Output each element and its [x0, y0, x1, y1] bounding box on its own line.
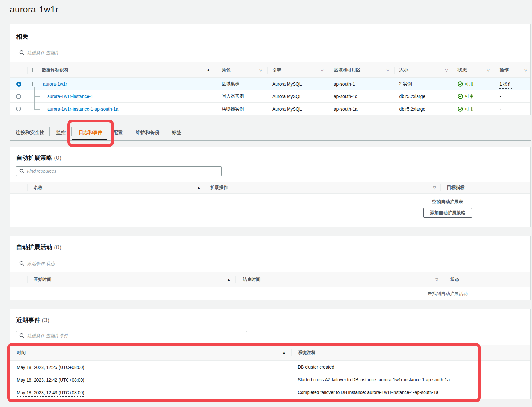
sort-ascending-icon[interactable]: ▲: [206, 68, 210, 72]
related-header-engine-label: 引擎: [272, 67, 281, 73]
scaling-policies-heading: 自动扩展策略 (0): [16, 154, 62, 161]
empty-state-title: 空的自动扩展表: [384, 199, 511, 205]
row-action-cell: 1 操作: [494, 78, 530, 90]
table-row-writer-instance[interactable]: aurora-1w1r-instance-1 写入器实例 Aurora MySQ…: [10, 90, 530, 103]
instance-link[interactable]: aurora-1w1r-instance-1: [47, 94, 93, 99]
related-header-status[interactable]: 状态 ▽: [453, 62, 495, 77]
related-filter-input[interactable]: [27, 50, 231, 55]
scaling-policies-filter-input[interactable]: [27, 169, 209, 174]
search-icon: [19, 169, 24, 174]
recent-events-header: 时间 ▲ 系统注释: [10, 345, 530, 361]
header-scaling-action[interactable]: 扩展操作 ▽: [204, 182, 440, 193]
status-available-icon: [458, 107, 463, 112]
scaling-activity-title: 自动扩展活动: [16, 244, 52, 250]
related-header-id[interactable]: 数据库标识符 ▲: [27, 62, 217, 77]
row-role-cell: 读取器实例: [217, 103, 267, 115]
radio-unselected[interactable]: [16, 94, 21, 99]
row-size-cell: db.r5.2xlarge: [394, 103, 453, 115]
related-header-role[interactable]: 角色 ▽: [217, 62, 267, 77]
header-system-note-label: 系统注释: [298, 350, 315, 356]
related-section-title: 相关: [16, 33, 28, 40]
tab-maintenance-backups[interactable]: 维护和备份: [136, 124, 159, 141]
row-status-cell: 可用: [453, 78, 495, 90]
header-target-metric-label: 目标指标: [447, 185, 464, 191]
row-action-cell: -: [495, 90, 530, 102]
tab-tags[interactable]: 标签: [172, 124, 181, 141]
event-time-cell: May 18, 2023, 12:42 (UTC+08:00): [10, 373, 291, 386]
sort-ascending-icon[interactable]: ▲: [282, 351, 286, 355]
sort-toggle-icon[interactable]: ▽: [524, 68, 527, 72]
collapse-all-icon[interactable]: [32, 68, 36, 72]
recent-events-card: 近期事件 (3) 时间 ▲ 系统注释 May 18, 20: [10, 309, 531, 399]
tree-elbow-writer: [34, 96, 40, 97]
tab-logs-events[interactable]: 日志和事件: [79, 124, 102, 141]
scaling-activity-table: 开始时间 ▲ 结束时间 ▽ 状态 未找到自动扩展活动: [10, 272, 530, 300]
sort-toggle-icon[interactable]: ▽: [259, 68, 262, 72]
sort-toggle-icon[interactable]: ▽: [487, 68, 490, 72]
header-end-time-label: 结束时间: [243, 277, 260, 282]
sort-ascending-icon[interactable]: ▲: [227, 277, 230, 282]
tab-configuration[interactable]: 配置: [113, 124, 123, 141]
related-databases-table: 数据库标识符 ▲ 角色 ▽ 引擎 ▽ 区域和可用区 ▽ 大小 ▽: [10, 62, 530, 115]
actions-count-link[interactable]: 1 操作: [499, 79, 512, 89]
collapse-row-icon[interactable]: [32, 82, 36, 86]
header-status[interactable]: 状态: [443, 272, 530, 287]
tab-connectivity-security[interactable]: 连接和安全性: [16, 124, 44, 141]
related-header-region-label: 区域和可用区: [334, 67, 360, 73]
header-start-time[interactable]: 开始时间 ▲: [27, 272, 235, 287]
related-header-engine[interactable]: 引擎 ▽: [267, 62, 329, 77]
table-row-cluster[interactable]: aurora-1w1r 区域集群 Aurora MySQL ap-south-1…: [10, 78, 530, 90]
status-available-icon: [458, 94, 463, 99]
sort-toggle-icon[interactable]: ▽: [386, 68, 389, 72]
related-databases-card: 相关 数据库标识符 ▲ 角色 ▽ 引: [10, 24, 531, 115]
instance-link[interactable]: aurora-1w1r-instance-1-ap-south-1a: [47, 107, 118, 112]
recent-events-filter-input[interactable]: [27, 333, 231, 338]
header-start-time-label: 开始时间: [34, 277, 51, 282]
event-time[interactable]: May 18, 2023, 12:25 (UTC+08:00): [17, 363, 84, 371]
event-time[interactable]: May 18, 2023, 12:42 (UTC+08:00): [17, 375, 84, 384]
event-time-cell: May 18, 2023, 12:43 (UTC+08:00): [10, 386, 291, 399]
event-time[interactable]: May 18, 2023, 12:43 (UTC+08:00): [17, 388, 84, 397]
header-time[interactable]: 时间 ▲: [10, 345, 291, 360]
related-filter-box: [16, 48, 247, 57]
scaling-activity-filter-box: [16, 259, 247, 268]
tree-elbow-reader: [34, 109, 40, 110]
related-table-header: 数据库标识符 ▲ 角色 ▽ 引擎 ▽ 区域和可用区 ▽ 大小 ▽: [10, 62, 530, 78]
scaling-activity-heading: 自动扩展活动 (0): [16, 244, 62, 251]
related-section-heading: 相关: [16, 33, 28, 40]
sort-ascending-icon[interactable]: ▲: [197, 185, 201, 190]
sort-toggle-icon[interactable]: ▽: [435, 277, 438, 281]
radio-selected[interactable]: [16, 82, 21, 87]
header-name[interactable]: 名称 ▲: [27, 182, 204, 193]
tab-divider: [107, 127, 107, 136]
header-target-metric[interactable]: 目标指标: [440, 182, 530, 193]
rds-cluster-detail-page: aurora-1w1r 相关 数据库标识符 ▲ 角色 ▽: [0, 0, 532, 407]
related-header-id-label: 数据库标识符: [42, 67, 68, 73]
tab-monitoring[interactable]: 监控: [56, 124, 66, 141]
add-scaling-policy-button[interactable]: 添加自动扩展策略: [423, 208, 472, 218]
sort-toggle-icon[interactable]: ▽: [445, 68, 448, 72]
active-tab-underline: [72, 139, 107, 140]
related-header-region[interactable]: 区域和可用区 ▽: [329, 62, 395, 77]
row-action-cell: -: [495, 103, 530, 115]
related-header-size[interactable]: 大小 ▽: [394, 62, 453, 77]
radio-unselected[interactable]: [16, 107, 21, 111]
sort-toggle-icon[interactable]: ▽: [321, 68, 324, 72]
recent-events-heading: 近期事件 (3): [16, 317, 49, 324]
row-region-cell: ap-south-1a: [329, 103, 395, 115]
header-end-time[interactable]: 结束时间 ▽: [235, 272, 443, 287]
table-row-reader-instance[interactable]: aurora-1w1r-instance-1-ap-south-1a 读取器实例…: [10, 103, 530, 115]
related-header-action[interactable]: 操作 ▽: [495, 62, 530, 77]
sort-toggle-icon[interactable]: ▽: [433, 185, 436, 190]
empty-state-text: 未找到自动扩展活动: [384, 287, 511, 300]
cluster-link[interactable]: aurora-1w1r: [43, 81, 67, 87]
header-system-note[interactable]: 系统注释: [291, 345, 530, 360]
tab-divider: [71, 127, 72, 136]
recent-events-count: (3): [42, 317, 49, 323]
header-status-label: 状态: [450, 277, 459, 282]
search-icon: [19, 333, 24, 338]
row-selection-cell: [10, 103, 27, 115]
search-icon: [19, 50, 24, 55]
scaling-activity-filter-input[interactable]: [27, 261, 231, 266]
recent-events-filter-box: [16, 331, 247, 340]
